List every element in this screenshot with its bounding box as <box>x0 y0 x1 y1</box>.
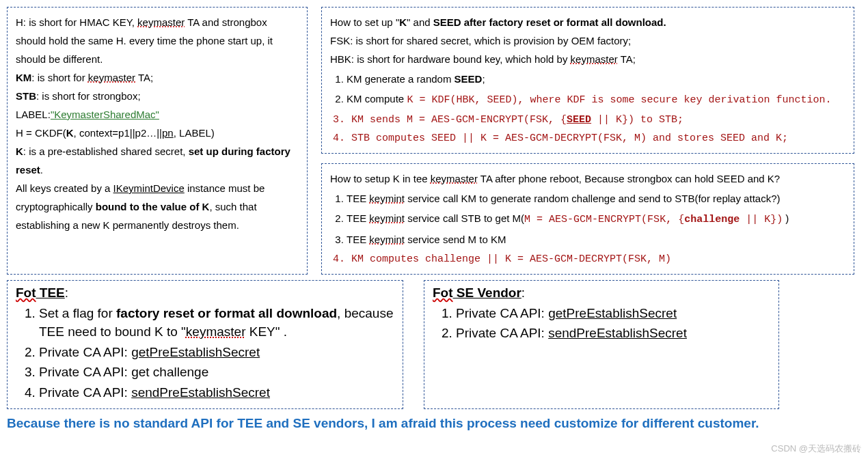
se-step1: Private CA API: getPreEstablishSecret <box>456 304 770 323</box>
setup1-hbk: HBK: is short for hardware bound key, wh… <box>330 50 845 68</box>
setup-factory-reset-box: How to set up "K" and SEED after factory… <box>321 7 854 154</box>
setup2-title: How to setup K in tee keymaster TA after… <box>330 169 845 188</box>
def-label: LABEL:"KeymasterSharedMac" <box>16 105 299 124</box>
setup2-steps: TEE keymint service call KM to generate … <box>330 189 845 249</box>
tee-step3: Private CA API: get challenge <box>39 363 394 382</box>
setup1-step2: KM compute K = KDF(HBK, SEED), where KDF… <box>347 89 845 109</box>
setup1-step1: KM generate a random SEED; <box>347 70 845 88</box>
def-h-formula: H = CKDF(K, context=p1||p2…||pn, LABEL) <box>16 124 299 142</box>
setup1-step3: 3. KM sends M = AES-GCM-ENCRYPT(FSK, {SE… <box>333 111 845 129</box>
tee-step4: Private CA API: sendPreEstablishSecret <box>39 383 394 402</box>
def-k: K: is a pre-established shared secret, s… <box>16 142 299 179</box>
setup2-step1: TEE keymint service call KM to generate … <box>347 189 845 208</box>
se-box: Fot SE Vendor: Private CA API: getPreEst… <box>424 280 779 409</box>
tee-step1: Set a flag for factory reset or format a… <box>39 304 394 342</box>
se-step2: Private CA API: sendPreEstablishSecret <box>456 324 770 343</box>
definitions-box: H: is short for HMAC KEY, keymaster TA a… <box>7 7 308 275</box>
setup1-fsk: FSK: is short for shared secret, which i… <box>330 31 845 50</box>
footer-note: Because there is no standard API for TEE… <box>7 416 861 431</box>
right-column: How to set up "K" and SEED after factory… <box>321 7 854 275</box>
setup1-step4: 4. STB computes SEED || K = AES-GCM-DECR… <box>333 129 845 148</box>
setup1-title: How to set up "K" and SEED after factory… <box>330 13 845 31</box>
def-h: H: is short for HMAC KEY, keymaster TA a… <box>16 13 299 68</box>
setup2-step2: TEE keymint service call STB to get M(M … <box>347 209 845 229</box>
setup-reboot-box: How to setup K in tee keymaster TA after… <box>321 163 854 275</box>
def-stb: STB: is short for strongbox; <box>16 87 299 105</box>
def-km: KM: is short for keymaster TA; <box>16 68 299 87</box>
setup1-steps: KM generate a random SEED; KM compute K … <box>330 70 845 109</box>
se-steps: Private CA API: getPreEstablishSecret Pr… <box>433 304 770 343</box>
tee-box: Fot TEE: Set a flag for factory reset or… <box>7 280 403 409</box>
tee-step2: Private CA API: getPreEstablishSecret <box>39 343 394 362</box>
tee-title: Fot TEE: <box>16 283 394 303</box>
se-title: Fot SE Vendor: <box>433 283 770 303</box>
def-keys: All keys created by a IKeymintDevice ins… <box>16 179 299 234</box>
top-row: H: is short for HMAC KEY, keymaster TA a… <box>7 7 861 275</box>
setup2-step4: 4. KM computes challenge || K = AES-GCM-… <box>333 250 845 268</box>
setup2-step3: TEE keymint service send M to KM <box>347 230 845 249</box>
tee-steps: Set a flag for factory reset or format a… <box>16 304 394 402</box>
bottom-row: Fot TEE: Set a flag for factory reset or… <box>7 280 861 409</box>
